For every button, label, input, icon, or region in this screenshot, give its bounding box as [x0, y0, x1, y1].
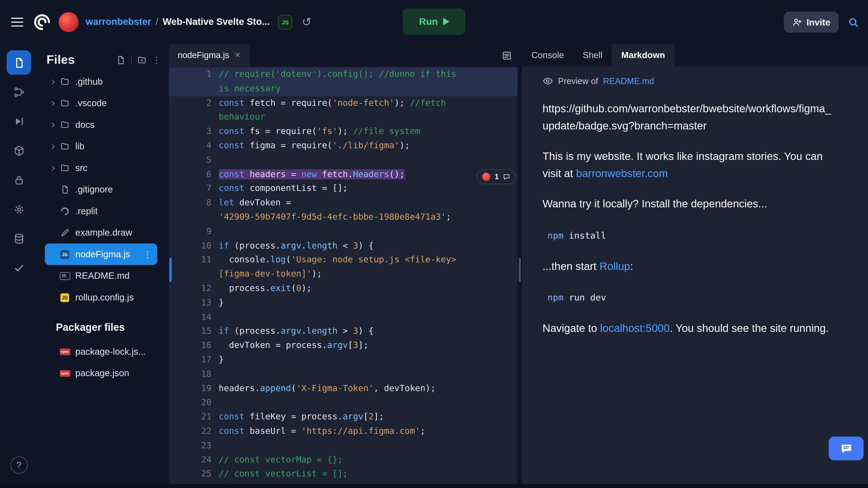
tab-console[interactable]: Console: [522, 44, 573, 66]
files-panel: Files ⋮ .github.vscodedocslibsrc.gitigno…: [38, 44, 169, 488]
code-line-4[interactable]: 4const figma = require('./lib/figma');: [169, 139, 518, 153]
line-content: const headers = new fetch.Headers();: [219, 167, 405, 182]
code-line-13[interactable]: 13}: [169, 296, 518, 310]
breadcrumb-username[interactable]: warronbebster: [86, 17, 151, 28]
menu-button[interactable]: [9, 14, 25, 30]
rail-item-files[interactable]: [6, 51, 31, 75]
code-line-8[interactable]: 8let devToken ='42909-59b7407f-9d5d-4efc…: [169, 196, 518, 224]
code-line-17[interactable]: 17}: [169, 353, 518, 367]
file-tree-item-gitignore[interactable]: .gitignore: [38, 179, 169, 200]
search-icon[interactable]: [847, 16, 859, 28]
tab-nodefigma-js[interactable]: nodeFigma.js ×: [169, 44, 249, 66]
file-options-icon[interactable]: ⋮: [143, 249, 152, 259]
code-line-16[interactable]: 16 devToken = process.argv[3];: [169, 339, 518, 353]
user-avatar[interactable]: [59, 12, 79, 32]
code-line-10[interactable]: 10if (process.argv.length < 3) {: [169, 239, 518, 253]
tab-markdown[interactable]: Markdown: [612, 44, 675, 66]
file-tree-item-package-lock-js[interactable]: npmpackage-lock.js...: [38, 341, 169, 363]
code-line-7[interactable]: 7const componentList = [];: [169, 182, 518, 196]
preview-file-link[interactable]: README.md: [603, 76, 654, 86]
rail-item-run-config[interactable]: [6, 109, 31, 133]
tab-shell[interactable]: Shell: [573, 44, 612, 66]
code-line-25[interactable]: 25// const vectorList = [];: [169, 467, 518, 482]
code-line-20[interactable]: 20: [169, 396, 518, 410]
line-content: if (process.argv.length > 3) {: [219, 324, 374, 339]
file-tree-item-lib[interactable]: lib: [38, 135, 169, 157]
chevron-right-icon[interactable]: [50, 78, 59, 85]
code-line-18[interactable]: 18: [169, 367, 518, 381]
file-tree-item-docs[interactable]: docs: [38, 114, 169, 135]
file-tree-item-nodefigma-js[interactable]: JSnodeFigma.js⋮: [45, 243, 157, 265]
right-tab-bar: ConsoleShellMarkdown: [522, 44, 868, 66]
fork-icon: [13, 86, 25, 98]
chat-button[interactable]: [829, 436, 864, 460]
close-tab-icon[interactable]: ×: [235, 50, 240, 61]
chevron-right-icon[interactable]: [50, 122, 59, 128]
invite-button[interactable]: Invite: [784, 11, 839, 33]
code-line-24[interactable]: 24// const vectorMap = {};: [169, 453, 518, 467]
help-button[interactable]: ?: [10, 456, 27, 474]
line-number: 12: [169, 282, 219, 296]
link-localhost-5000[interactable]: localhost:5000: [600, 322, 670, 334]
chevron-right-icon[interactable]: [50, 143, 59, 150]
pane-resizer[interactable]: [518, 44, 522, 488]
rail-item-version-control[interactable]: [6, 80, 31, 104]
link-rollup[interactable]: Rollup: [599, 260, 630, 272]
rail-item-packages[interactable]: [6, 138, 31, 163]
code-line-3[interactable]: 3const fs = require('fs'); //file system: [169, 125, 518, 139]
line-number: 2: [169, 96, 219, 125]
code-line-11[interactable]: 11 console.log('Usage: node setup.js <fi…: [169, 253, 518, 282]
code-line-14[interactable]: 14: [169, 310, 518, 324]
right-panel: ConsoleShellMarkdown Preview of README.m…: [522, 44, 868, 488]
code-line-15[interactable]: 15if (process.argv.length > 3) {: [169, 324, 518, 339]
scrollbar-thumb[interactable]: [169, 258, 172, 282]
file-tree-item-readme-md[interactable]: M↓README.md: [38, 265, 169, 287]
breadcrumb-project-title[interactable]: Web-Native Svelte Sto...: [163, 17, 270, 28]
code-area[interactable]: 1// require('dotenv').config(); //dunno …: [169, 66, 518, 488]
history-icon[interactable]: ↺: [302, 15, 311, 29]
code-line-9[interactable]: 9: [169, 225, 518, 239]
comment-thread-badge[interactable]: 1: [477, 169, 516, 184]
breadcrumb-separator: /: [156, 17, 158, 28]
rail-item-checks[interactable]: [6, 256, 31, 280]
code-line-12[interactable]: 12 process.exit(0);: [169, 282, 518, 296]
rail-item-database[interactable]: [6, 226, 31, 251]
code-line-19[interactable]: 19headers.append('X-Figma-Token', devTok…: [169, 382, 518, 396]
check-icon: [13, 262, 25, 273]
link-barronwebster-com[interactable]: barronwebster.com: [576, 167, 668, 179]
file-tree-item-src[interactable]: src: [38, 157, 169, 179]
line-number: 4: [169, 139, 219, 153]
chevron-right-icon[interactable]: [50, 165, 59, 171]
editor-pane-options-icon[interactable]: [502, 50, 512, 61]
new-folder-icon[interactable]: [137, 55, 147, 65]
file-tree-item-github[interactable]: .github: [38, 71, 169, 92]
files-options-icon[interactable]: ⋮: [152, 55, 161, 65]
file-tree-item-vscode[interactable]: .vscode: [38, 92, 169, 114]
file-tree-item-example-draw[interactable]: example.draw: [38, 222, 169, 243]
preview-header: Preview of README.md: [542, 76, 837, 87]
play-icon: [443, 18, 449, 25]
code-line-23[interactable]: 23: [169, 438, 518, 453]
line-number: 18: [169, 367, 219, 381]
code-line-6[interactable]: 6const headers = new fetch.Headers();: [169, 167, 518, 182]
code-line-22[interactable]: 22const baseUrl = 'https://api.figma.com…: [169, 424, 518, 438]
new-file-icon[interactable]: [116, 55, 126, 65]
packager-file-list: npmpackage-lock.js...npmpackage.json: [38, 341, 169, 384]
file-label: src: [75, 163, 88, 173]
replit-logo-icon[interactable]: [33, 13, 51, 31]
file-tree-item-package-json[interactable]: npmpackage.json: [38, 362, 169, 384]
file-tree-item-rollup-config-js[interactable]: JSrollup.config.js: [38, 287, 169, 308]
chevron-right-icon[interactable]: [50, 100, 59, 106]
code-line-21[interactable]: 21const fileKey = process.argv[2];: [169, 410, 518, 424]
language-badge-icon[interactable]: JS: [278, 15, 292, 29]
code-line-2[interactable]: 2const fetch = require('node-fetch'); //…: [169, 96, 518, 125]
file-tree-item-replit[interactable]: .replit: [38, 200, 169, 222]
run-button[interactable]: Run: [403, 8, 465, 35]
comment-count: 1: [495, 173, 499, 181]
code-line-1[interactable]: 1// require('dotenv').config(); //dunno …: [169, 68, 518, 96]
line-number: 22: [169, 424, 219, 438]
folder-icon: [59, 98, 70, 108]
rail-item-settings[interactable]: [6, 197, 31, 221]
code-line-5[interactable]: 5: [169, 153, 518, 167]
rail-item-secrets[interactable]: [6, 168, 31, 192]
